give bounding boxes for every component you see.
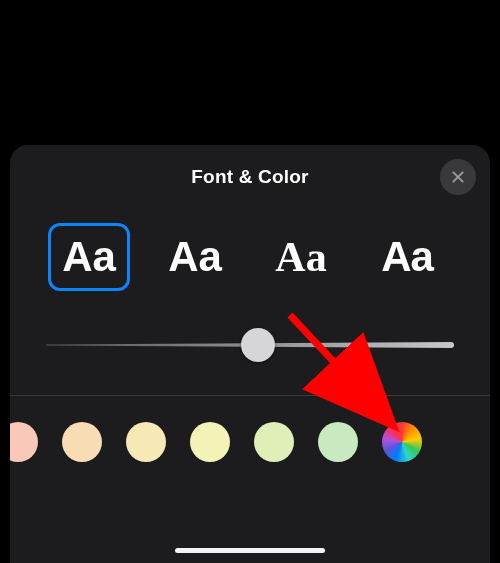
font-option-3[interactable]: Aa [366,223,448,291]
color-picker-rainbow[interactable] [382,422,422,462]
slider-thumb[interactable] [241,328,275,362]
font-color-sheet: Font & Color AaAaAaAa [10,145,490,563]
color-swatch-2[interactable] [126,422,166,462]
font-options-row: AaAaAaAa [10,209,490,291]
color-swatch-1[interactable] [62,422,102,462]
close-icon [450,169,466,185]
font-option-0[interactable]: Aa [48,223,130,291]
color-swatch-4[interactable] [254,422,294,462]
sheet-header: Font & Color [10,145,490,209]
color-swatch-0[interactable] [10,422,38,462]
home-indicator[interactable] [175,548,325,553]
color-swatch-3[interactable] [190,422,230,462]
font-option-2[interactable]: Aa [260,223,342,291]
sheet-title: Font & Color [191,166,308,188]
color-swatch-5[interactable] [318,422,358,462]
font-size-slider[interactable] [46,325,454,365]
close-button[interactable] [440,159,476,195]
font-option-1[interactable]: Aa [154,223,236,291]
screen: Font & Color AaAaAaAa [0,0,500,563]
color-swatches-row [10,396,490,462]
